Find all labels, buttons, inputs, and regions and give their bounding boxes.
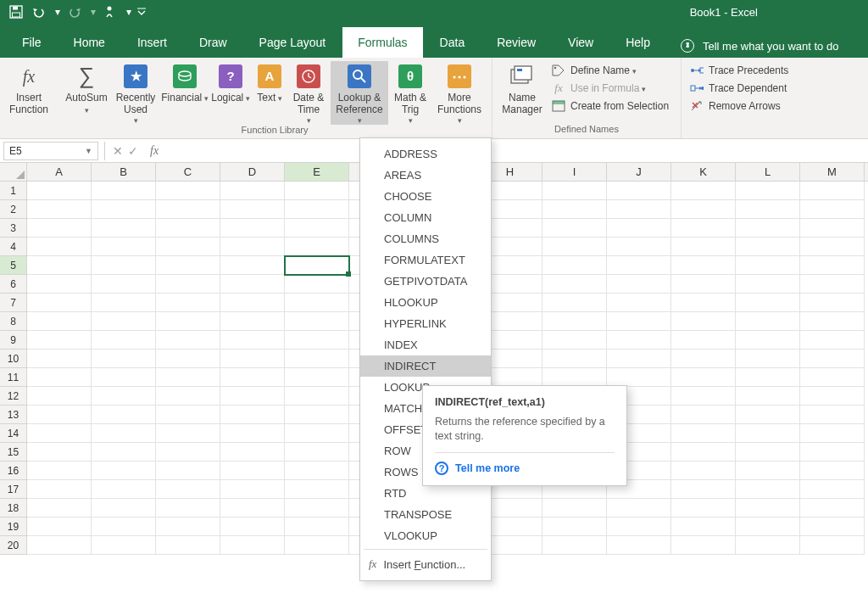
cell[interactable] (92, 387, 156, 406)
row-header[interactable]: 9 (0, 331, 26, 350)
cell[interactable] (156, 387, 220, 406)
cell[interactable] (220, 312, 285, 331)
cell[interactable] (285, 462, 349, 480)
cell[interactable] (27, 443, 92, 462)
cell[interactable] (671, 331, 736, 350)
cell[interactable] (92, 275, 156, 294)
cell[interactable] (285, 368, 349, 387)
tab-view[interactable]: View (553, 27, 609, 58)
cell[interactable] (220, 238, 285, 256)
cell[interactable] (736, 424, 800, 443)
cell[interactable] (736, 275, 800, 294)
cell[interactable] (27, 368, 92, 387)
cell[interactable] (27, 424, 92, 443)
cell[interactable] (800, 200, 865, 219)
column-header[interactable]: M (800, 163, 865, 181)
cell[interactable] (671, 443, 736, 462)
row-header[interactable]: 17 (0, 480, 26, 499)
cell[interactable] (800, 424, 865, 443)
row-header[interactable]: 2 (0, 200, 26, 219)
cell[interactable] (285, 387, 349, 406)
cell[interactable] (736, 368, 800, 387)
cell[interactable] (92, 238, 156, 256)
row-header[interactable]: 3 (0, 219, 26, 238)
trace-precedents-button[interactable]: Trace Precedents (687, 63, 805, 78)
cell[interactable] (542, 238, 607, 256)
cell[interactable] (92, 517, 156, 536)
cell[interactable] (285, 517, 349, 536)
tab-help[interactable]: Help (610, 27, 665, 58)
cell[interactable] (27, 219, 92, 238)
date-time-button[interactable]: Date & Time▾ (288, 61, 329, 125)
tab-home[interactable]: Home (58, 27, 120, 58)
cell[interactable] (607, 256, 671, 275)
cell[interactable] (607, 331, 671, 350)
select-all-corner[interactable] (0, 163, 27, 182)
redo-icon[interactable] (64, 3, 86, 21)
cell[interactable] (285, 294, 349, 312)
cell[interactable] (156, 312, 220, 331)
cell[interactable] (27, 499, 92, 517)
menu-item[interactable]: RTD (360, 483, 491, 504)
cell[interactable] (285, 200, 349, 219)
cell[interactable] (607, 536, 671, 555)
cell[interactable] (736, 350, 800, 368)
cell[interactable] (27, 294, 92, 312)
cell[interactable] (220, 331, 285, 350)
cell[interactable] (27, 536, 92, 555)
cell[interactable] (285, 424, 349, 443)
cell[interactable] (220, 350, 285, 368)
cell[interactable] (156, 331, 220, 350)
cell[interactable] (736, 536, 800, 555)
formula-input[interactable] (165, 142, 868, 160)
text-button[interactable]: A Text (253, 61, 287, 125)
cell[interactable] (542, 256, 607, 275)
cell[interactable] (542, 275, 607, 294)
cell[interactable] (220, 517, 285, 536)
cell[interactable] (220, 219, 285, 238)
cell[interactable] (800, 350, 865, 368)
cell[interactable] (156, 368, 220, 387)
cell[interactable] (542, 331, 607, 350)
cell[interactable] (671, 480, 736, 499)
cell[interactable] (27, 517, 92, 536)
cell[interactable] (736, 443, 800, 462)
cell[interactable] (542, 200, 607, 219)
column-header[interactable]: J (607, 163, 671, 181)
cell[interactable] (800, 219, 865, 238)
cell[interactable] (800, 517, 865, 536)
cell[interactable] (156, 182, 220, 200)
remove-arrows-button[interactable]: Remove Arrows (687, 98, 805, 114)
cell[interactable] (607, 350, 671, 368)
menu-item[interactable]: INDIRECT (360, 355, 491, 377)
cell[interactable] (607, 368, 671, 387)
fx-label-icon[interactable]: fx (143, 144, 165, 158)
cell[interactable] (671, 238, 736, 256)
cell[interactable] (92, 406, 156, 424)
cell[interactable] (220, 387, 285, 406)
tab-page-layout[interactable]: Page Layout (244, 27, 342, 58)
cell[interactable] (92, 536, 156, 555)
cell[interactable] (156, 350, 220, 368)
cell[interactable] (220, 536, 285, 555)
cell[interactable] (156, 294, 220, 312)
cell[interactable] (285, 499, 349, 517)
cell[interactable] (27, 182, 92, 200)
column-header[interactable]: C (156, 163, 220, 181)
cell[interactable] (800, 368, 865, 387)
cell[interactable] (736, 219, 800, 238)
cell[interactable] (220, 200, 285, 219)
cell[interactable] (285, 406, 349, 424)
cell[interactable] (607, 200, 671, 219)
cell[interactable] (671, 312, 736, 331)
cell[interactable] (92, 294, 156, 312)
name-box[interactable]: E5 ▼ (3, 142, 98, 160)
cell[interactable] (156, 219, 220, 238)
autosum-button[interactable]: ∑ AutoSum (63, 61, 110, 125)
cell[interactable] (156, 517, 220, 536)
cell[interactable] (736, 462, 800, 480)
cell[interactable] (800, 480, 865, 499)
row-header[interactable]: 10 (0, 350, 26, 368)
menu-item[interactable]: FORMULATEXT (360, 249, 491, 271)
row-header[interactable]: 16 (0, 462, 26, 480)
